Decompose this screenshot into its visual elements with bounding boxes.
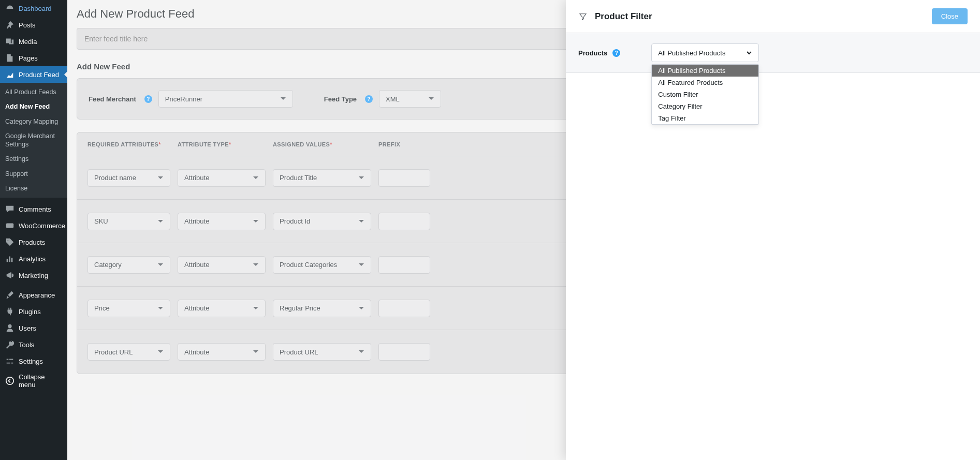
required-attribute-select[interactable]: Price <box>87 300 170 317</box>
feed-merchant-label: Feed Merchant <box>89 95 136 103</box>
chevron-down-icon <box>253 262 259 268</box>
sidebar-item-tools[interactable]: Tools <box>0 336 67 353</box>
assigned-value-select[interactable]: Product Title <box>273 169 371 187</box>
help-icon[interactable]: ? <box>365 95 373 103</box>
feed-type-value: XML <box>386 95 400 103</box>
prefix-input[interactable] <box>378 169 430 187</box>
sidebar-item-label: Plugins <box>19 308 41 316</box>
sidebar-item-products[interactable]: Products <box>0 234 67 250</box>
chevron-down-icon <box>358 349 364 355</box>
sidebar-item-collapse-menu[interactable]: Collapse menu <box>0 369 67 392</box>
sidebar-item-product-feed[interactable]: Product Feed <box>0 66 67 83</box>
sidebar-item-woocommerce[interactable]: WooCommerce <box>0 217 67 234</box>
sidebar-item-label: Settings <box>19 358 43 365</box>
dropdown-option[interactable]: Category Filter <box>652 100 758 112</box>
sidebar-item-label: Pages <box>19 54 38 62</box>
sidebar-item-marketing[interactable]: Marketing <box>0 267 67 284</box>
sidebar-subitem-license[interactable]: License <box>0 181 67 196</box>
sidebar-item-label: Analytics <box>19 255 46 263</box>
sidebar-subitem-support[interactable]: Support <box>0 167 67 181</box>
sidebar-item-label: Users <box>19 324 36 332</box>
sidebar-item-label: Posts <box>19 21 36 29</box>
sidebar-item-appearance[interactable]: Appearance <box>0 287 67 303</box>
attribute-type-select[interactable]: Attribute <box>178 213 266 230</box>
required-attribute-select[interactable]: Product URL <box>87 343 170 361</box>
sidebar-item-label: Products <box>19 239 45 246</box>
col-header-required: REQUIRED ATTRIBUTES* <box>87 141 170 147</box>
dropdown-option[interactable]: Tag Filter <box>652 112 758 124</box>
products-filter-select[interactable]: All Published Products <box>651 43 759 62</box>
attribute-type-select[interactable]: Attribute <box>178 300 266 317</box>
chevron-down-icon <box>428 96 434 102</box>
feed-type-select[interactable]: XML <box>379 90 441 108</box>
feed-merchant-select[interactable]: PriceRunner <box>158 90 293 108</box>
chevron-down-icon <box>746 50 752 56</box>
chevron-down-icon <box>358 175 364 181</box>
col-header-prefix: PREFIX <box>378 141 430 147</box>
chevron-down-icon <box>157 175 164 181</box>
required-attribute-select[interactable]: Product name <box>87 169 170 187</box>
svg-point-1 <box>6 377 13 384</box>
sidebar-item-dashboard[interactable]: Dashboard <box>0 0 67 17</box>
sidebar-item-label: Collapse menu <box>19 373 62 389</box>
prefix-input[interactable] <box>378 256 430 274</box>
sidebar-item-label: Appearance <box>19 291 55 299</box>
sidebar-subitem-all-product-feeds[interactable]: All Product Feeds <box>0 85 67 99</box>
dropdown-option[interactable]: All Featured Products <box>652 77 758 88</box>
sidebar-item-analytics[interactable]: Analytics <box>0 250 67 267</box>
products-label: Products <box>578 49 607 57</box>
chevron-down-icon <box>157 218 164 225</box>
svg-rect-0 <box>6 224 13 228</box>
sidebar-subitem-settings[interactable]: Settings <box>0 152 67 166</box>
chevron-down-icon <box>358 305 364 311</box>
attribute-type-select[interactable]: Attribute <box>178 343 266 361</box>
sidebar-item-media[interactable]: Media <box>0 33 67 50</box>
sidebar-subitem-google-merchant-settings[interactable]: Google Merchant Settings <box>0 129 67 152</box>
prefix-input[interactable] <box>378 213 430 230</box>
sidebar-subitem-add-new-feed[interactable]: Add New Feed <box>0 99 67 114</box>
sidebar-item-posts[interactable]: Posts <box>0 17 67 33</box>
sidebar-item-pages[interactable]: Pages <box>0 50 67 66</box>
product-filter-drawer: Product Filter Close Products ? All Publ… <box>566 0 980 460</box>
assigned-value-select[interactable]: Regular Price <box>273 300 371 317</box>
chevron-down-icon <box>280 96 286 102</box>
assigned-value-select[interactable]: Product Categories <box>273 256 371 274</box>
attribute-type-select[interactable]: Attribute <box>178 256 266 274</box>
help-icon[interactable]: ? <box>144 95 152 103</box>
sidebar-item-label: Comments <box>19 205 51 213</box>
prefix-input[interactable] <box>378 300 430 317</box>
sidebar-item-settings[interactable]: Settings <box>0 353 67 369</box>
assigned-value-select[interactable]: Product Id <box>273 213 371 230</box>
main-area: Add New Product Feed Add New Feed Feed M… <box>67 0 980 460</box>
dropdown-option[interactable]: All Published Products <box>652 65 758 77</box>
sidebar-item-label: WooCommerce <box>19 222 65 230</box>
attribute-type-select[interactable]: Attribute <box>178 169 266 187</box>
required-attribute-select[interactable]: SKU <box>87 213 170 230</box>
chevron-down-icon <box>253 175 259 181</box>
sidebar-item-label: Tools <box>19 341 34 349</box>
feed-merchant-value: PriceRunner <box>165 95 202 103</box>
required-attribute-select[interactable]: Category <box>87 256 170 274</box>
help-icon[interactable]: ? <box>612 49 620 57</box>
col-header-value: ASSIGNED VALUES* <box>273 141 371 147</box>
sidebar-item-users[interactable]: Users <box>0 320 67 336</box>
chevron-down-icon <box>253 218 259 225</box>
chevron-down-icon <box>157 262 164 268</box>
dropdown-option[interactable]: Custom Filter <box>652 88 758 100</box>
sidebar-item-plugins[interactable]: Plugins <box>0 303 67 320</box>
feed-type-label: Feed Type <box>324 95 357 103</box>
sidebar-item-label: Marketing <box>19 272 48 279</box>
col-header-type: ATTRIBUTE TYPE* <box>178 141 266 147</box>
sidebar-item-comments[interactable]: Comments <box>0 201 67 217</box>
sidebar-subitem-category-mapping[interactable]: Category Mapping <box>0 114 67 129</box>
admin-sidebar: DashboardPostsMediaPagesProduct FeedAll … <box>0 0 67 460</box>
chevron-down-icon <box>358 218 364 225</box>
sidebar-item-label: Dashboard <box>19 5 52 12</box>
drawer-title: Product Filter <box>595 11 652 22</box>
sidebar-item-label: Media <box>19 38 37 46</box>
sidebar-item-label: Product Feed <box>19 71 59 79</box>
close-button[interactable]: Close <box>932 8 968 24</box>
filter-icon <box>578 12 588 21</box>
assigned-value-select[interactable]: Product URL <box>273 343 371 361</box>
prefix-input[interactable] <box>378 343 430 361</box>
